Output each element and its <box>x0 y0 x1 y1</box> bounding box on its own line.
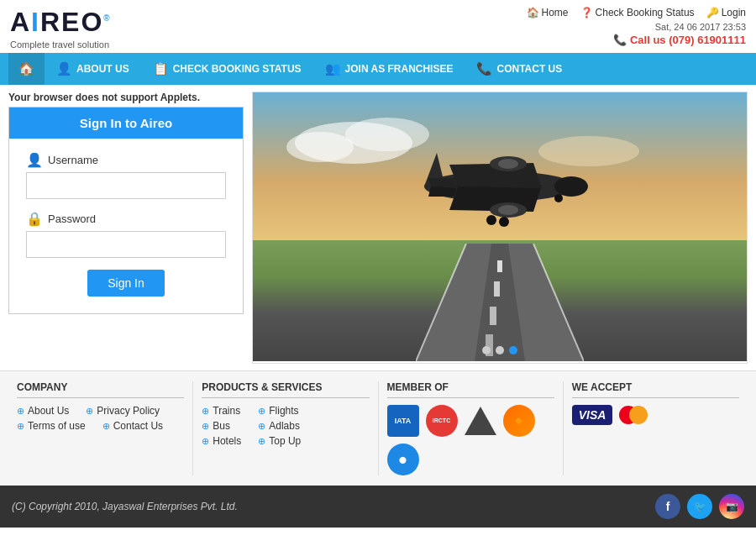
svg-point-16 <box>554 176 588 197</box>
circle-icon-2: ⊕ <box>86 406 93 417</box>
orange-logo: 🔶 <box>503 405 535 437</box>
call-us: 📞 Call us (079) 61901111 <box>527 34 746 46</box>
adlabs-link[interactable]: ⊕ Adlabs <box>258 420 301 432</box>
password-input[interactable] <box>26 231 226 258</box>
logo: AIREO® <box>10 7 112 38</box>
visa-logo: VISA <box>572 405 613 425</box>
products-col1: ⊕ Trains ⊕ Bus ⊕ Hotels <box>202 405 241 447</box>
blue-logo: ⬤ <box>387 444 419 475</box>
payment-logos: VISA <box>572 405 739 425</box>
login-body: 👤 Username 🔒 Password Sign In <box>9 139 243 313</box>
browser-notice: Your browser does not support Applets. <box>8 92 244 103</box>
trains-icon: ⊕ <box>202 406 209 417</box>
social-icons: f 🐦 📷 <box>655 494 744 519</box>
login-section: Your browser does not support Applets. S… <box>8 92 244 364</box>
nav-franchisee[interactable]: 👥 JOIN AS FRANCHISEE <box>313 53 465 85</box>
logo-reg: ® <box>103 13 111 23</box>
mc-yellow-circle <box>629 406 648 424</box>
footer-sections: COMPANY ⊕ About Us ⊕ Privacy Policy ⊕ Te… <box>0 370 756 486</box>
about-icon: 👤 <box>56 61 72 76</box>
footer-member: MEMBER OF IATA IRCTC 🔶 ⬤ <box>379 381 564 475</box>
home-nav-icon: 🏠 <box>18 61 34 76</box>
svg-point-2 <box>286 132 354 162</box>
username-input[interactable] <box>26 172 226 199</box>
circle-icon-3: ⊕ <box>17 421 24 432</box>
username-label: 👤 Username <box>26 152 226 168</box>
bus-icon: ⊕ <box>202 421 209 432</box>
dot-1[interactable] <box>482 346 491 354</box>
company-link-row-2: ⊕ Terms of use ⊕ Contact Us <box>17 420 184 432</box>
slider-image <box>253 92 747 361</box>
privacy-link[interactable]: ⊕ Privacy Policy <box>86 405 160 417</box>
svg-point-23 <box>498 205 518 215</box>
company-links: ⊕ About Us ⊕ Privacy Policy ⊕ Terms of u… <box>17 405 184 432</box>
top-right: 🏠 Home ❓ Check Booking Status 🔑 Login Sa… <box>527 7 746 46</box>
circle-icon-1: ⊕ <box>17 406 24 417</box>
products-col2: ⊕ Flights ⊕ Adlabs ⊕ Top Up <box>258 405 301 447</box>
booking-icon: 📋 <box>153 61 169 76</box>
flights-link[interactable]: ⊕ Flights <box>258 405 301 417</box>
member-logos: IATA IRCTC 🔶 ⬤ <box>387 405 554 475</box>
dot-3[interactable] <box>509 346 517 354</box>
member-title: MEMBER OF <box>387 381 554 398</box>
footer-accept: WE ACCEPT VISA <box>564 381 748 475</box>
datetime: Sat, 24 06 2017 23:53 <box>527 22 746 32</box>
top-nav-links: 🏠 Home ❓ Check Booking Status 🔑 Login <box>527 7 746 18</box>
about-us-link[interactable]: ⊕ About Us <box>17 405 69 417</box>
password-label: 🔒 Password <box>26 211 226 227</box>
franchisee-icon: 👥 <box>325 61 341 76</box>
svg-point-26 <box>486 215 496 225</box>
irctc-logo: IRCTC <box>426 405 458 437</box>
sign-in-button[interactable]: Sign In <box>87 270 165 297</box>
login-header: Sign In to Aireo <box>9 108 243 139</box>
company-link-row-1: ⊕ About Us ⊕ Privacy Policy <box>17 405 184 417</box>
lock-icon: 🔒 <box>26 211 43 227</box>
adlabs-icon: ⊕ <box>258 421 265 432</box>
svg-rect-9 <box>497 260 502 272</box>
svg-point-27 <box>499 217 509 227</box>
terms-link[interactable]: ⊕ Terms of use <box>17 420 86 432</box>
flights-icon: ⊕ <box>258 406 265 417</box>
svg-point-28 <box>554 194 563 202</box>
nav-bar: 🏠 👤 ABOUT US 📋 CHECK BOOKING STATUS 👥 JO… <box>0 53 756 85</box>
slider-dots <box>482 346 517 354</box>
main-content: Your browser does not support Applets. S… <box>0 85 756 370</box>
topup-icon: ⊕ <box>258 436 265 447</box>
hotels-link[interactable]: ⊕ Hotels <box>202 435 241 447</box>
contact-us-link[interactable]: ⊕ Contact Us <box>102 420 163 432</box>
facebook-icon[interactable]: f <box>655 494 680 519</box>
login-link[interactable]: 🔑 Login <box>706 7 746 18</box>
accept-title: WE ACCEPT <box>572 381 739 398</box>
nav-contact[interactable]: 📞 CONTACT US <box>465 53 574 85</box>
footer-products: PRODUCTS & SERVICES ⊕ Trains ⊕ Bus ⊕ Hot… <box>193 381 378 475</box>
nav-home[interactable]: 🏠 <box>8 53 45 85</box>
user-icon: 👤 <box>26 152 43 168</box>
bottom-bar: (C) Copyright 2010, Jayaswal Enterprises… <box>0 486 756 528</box>
twitter-icon[interactable]: 🐦 <box>687 494 712 519</box>
runway-svg <box>416 244 584 361</box>
footer-company: COMPANY ⊕ About Us ⊕ Privacy Policy ⊕ Te… <box>8 381 193 475</box>
svg-rect-10 <box>494 281 500 297</box>
top-bar: AIREO® Complete travel solution 🏠 Home ❓… <box>0 0 756 53</box>
triangle-logo <box>465 407 496 435</box>
instagram-icon[interactable]: 📷 <box>719 494 744 519</box>
circle-icon-4: ⊕ <box>102 421 110 432</box>
dot-2[interactable] <box>496 346 504 354</box>
tagline: Complete travel solution <box>10 39 112 50</box>
home-link[interactable]: 🏠 Home <box>527 7 569 18</box>
nav-about-us[interactable]: 👤 ABOUT US <box>45 53 141 85</box>
topup-link[interactable]: ⊕ Top Up <box>258 435 301 447</box>
copyright: (C) Copyright 2010, Jayaswal Enterprises… <box>12 501 238 512</box>
logo-area: AIREO® Complete travel solution <box>10 7 112 50</box>
svg-rect-11 <box>490 307 496 325</box>
check-booking-link[interactable]: ❓ Check Booking Status <box>580 7 695 18</box>
login-box: Sign In to Aireo 👤 Username 🔒 Password S… <box>8 107 244 314</box>
slider-section <box>252 92 748 364</box>
company-title: COMPANY <box>17 381 184 398</box>
mastercard-logo <box>619 406 648 424</box>
bus-link[interactable]: ⊕ Bus <box>202 420 241 432</box>
svg-point-25 <box>498 159 518 169</box>
contact-icon: 📞 <box>476 61 492 76</box>
nav-check-booking[interactable]: 📋 CHECK BOOKING STATUS <box>141 53 313 85</box>
trains-link[interactable]: ⊕ Trains <box>202 405 241 417</box>
